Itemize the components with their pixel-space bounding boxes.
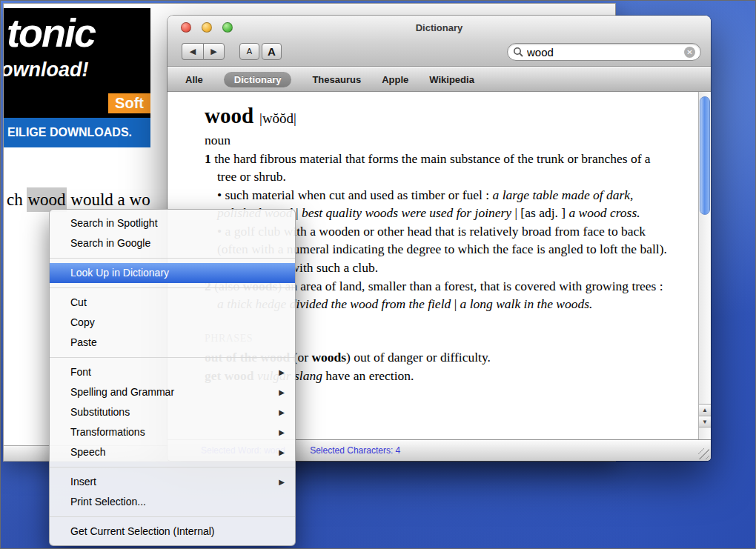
selected-characters-status: Selected Characters: 4 xyxy=(310,445,400,456)
increase-font-button[interactable]: A xyxy=(262,43,282,60)
source-tab-bar: Alle Dictionary Thesaurus Apple Wikipedi… xyxy=(168,67,711,92)
part-of-speech: noun xyxy=(205,131,672,149)
menu-item-label: Speech xyxy=(70,446,105,458)
decrease-font-button[interactable]: A xyxy=(239,43,259,60)
bullet-icon: • xyxy=(217,187,225,202)
menu-item-label: Font xyxy=(70,366,91,378)
submenu-arrow-icon: ▶ xyxy=(279,422,285,442)
menu-separator xyxy=(50,357,295,358)
example: a long walk in the woods. xyxy=(460,296,593,311)
back-button[interactable]: ◀ xyxy=(182,43,203,60)
page-text: ch wood would a wo xyxy=(7,190,150,210)
separator-text: | xyxy=(451,296,460,311)
menu-item-search-in-spotlight[interactable]: Search in Spotlight xyxy=(50,213,295,233)
banner-download-text: ownload! xyxy=(4,59,150,81)
desktop: tonic ownload! Soft EILIGE DOWNLOADS. ch… xyxy=(0,0,756,549)
resize-grip-icon[interactable] xyxy=(698,448,709,459)
menu-item-speech[interactable]: Speech▶ xyxy=(50,442,295,462)
menu-item-search-in-google[interactable]: Search in Google xyxy=(50,233,295,253)
menu-separator xyxy=(50,258,295,259)
menu-item-label: Copy xyxy=(70,316,95,328)
softonic-banner[interactable]: tonic ownload! Soft xyxy=(4,8,150,118)
tab-wikipedia[interactable]: Wikipedia xyxy=(429,74,474,85)
banner-soft-tag: Soft xyxy=(108,93,150,113)
scroll-up-button[interactable]: ▲ xyxy=(699,404,711,416)
menu-item-spelling-and-grammar[interactable]: Spelling and Grammar▶ xyxy=(50,382,295,402)
example: best quality woods were used for joinery xyxy=(302,205,511,220)
menu-item-label: Cut xyxy=(70,296,87,308)
search-field[interactable]: ✕ xyxy=(507,43,701,61)
menu-separator xyxy=(50,467,295,468)
menu-separator xyxy=(50,516,295,517)
search-input[interactable] xyxy=(527,46,684,59)
pronunciation: |wŏŏd| xyxy=(259,110,296,126)
phrase-text: have an erection. xyxy=(325,368,414,383)
clear-search-button[interactable]: ✕ xyxy=(684,47,695,58)
menu-item-paste[interactable]: Paste xyxy=(50,333,295,353)
sense-2-text: ) an area of land, smaller than a forest… xyxy=(277,279,663,293)
menu-item-transformations[interactable]: Transformations▶ xyxy=(50,422,295,442)
submenu-arrow-icon: ▶ xyxy=(279,382,285,402)
menu-item-look-up-in-dictionary[interactable]: Look Up in Dictionary xyxy=(50,263,295,283)
menu-item-insert[interactable]: Insert▶ xyxy=(50,472,295,492)
tab-thesaurus[interactable]: Thesaurus xyxy=(312,74,361,85)
page-text-suffix: would a wo xyxy=(67,190,150,209)
submenu-arrow-icon: ▶ xyxy=(279,362,285,382)
sense-1-text: the hard fibrous material that forms the… xyxy=(214,151,651,184)
menu-item-label: Search in Google xyxy=(70,237,150,249)
menu-item-label: Look Up in Dictionary xyxy=(70,267,169,279)
history-nav: ◀ ▶ xyxy=(182,43,225,60)
menu-item-label: Search in Spotlight xyxy=(70,217,158,229)
sense-1-number: 1 xyxy=(205,151,214,166)
example: a wood cross. xyxy=(568,205,640,220)
scrollbar-thumb[interactable] xyxy=(700,96,710,215)
forward-button[interactable]: ▶ xyxy=(203,43,225,60)
window-title: Dictionary xyxy=(168,22,711,33)
menu-item-copy[interactable]: Copy xyxy=(50,313,295,333)
submenu-arrow-icon: ▶ xyxy=(279,442,285,462)
menu-item-label: Print Selection... xyxy=(70,496,146,508)
context-menu: Search in Spotlight Search in Google Loo… xyxy=(49,209,296,546)
scroll-down-button[interactable]: ▼ xyxy=(699,416,711,427)
menu-item-print-selection[interactable]: Print Selection... xyxy=(50,492,295,512)
variant-word: woods xyxy=(311,350,346,365)
headword-line: wood|wŏŏd| xyxy=(205,107,672,127)
subsense-1-text: such material when cut and used as timbe… xyxy=(225,187,493,202)
tab-apple[interactable]: Apple xyxy=(382,74,408,85)
sense-1: 1 the hard fibrous material that forms t… xyxy=(205,150,672,185)
menu-item-substitutions[interactable]: Substitutions▶ xyxy=(50,402,295,422)
menu-item-label: Insert xyxy=(70,476,96,488)
font-size-controls: A A xyxy=(239,43,282,60)
search-icon xyxy=(513,47,523,57)
tab-alle[interactable]: Alle xyxy=(185,74,203,85)
submenu-arrow-icon: ▶ xyxy=(279,472,285,492)
banner-brand-text: tonic xyxy=(7,10,150,56)
title-bar[interactable]: Dictionary ◀ ▶ A A ✕ xyxy=(168,16,711,67)
menu-item-label: Paste xyxy=(70,336,97,348)
phrase-text: ) out of danger or difficulty. xyxy=(346,350,491,365)
headword: wood xyxy=(205,104,253,127)
menu-item-label: Spelling and Grammar xyxy=(70,386,174,398)
banner-strip: EILIGE DOWNLOADS. xyxy=(4,118,150,147)
menu-item-label: Transformations xyxy=(70,426,145,438)
separator-text: | [as adj. ] xyxy=(511,205,568,220)
menu-item-label: Substitutions xyxy=(70,406,130,418)
menu-item-get-current-selection[interactable]: Get Current Selection (Internal) xyxy=(50,522,295,542)
menu-separator xyxy=(50,287,295,288)
tab-dictionary[interactable]: Dictionary xyxy=(224,72,292,87)
vertical-scrollbar[interactable]: ▲ ▼ xyxy=(698,92,711,439)
menu-item-font[interactable]: Font▶ xyxy=(50,362,295,382)
page-text-prefix: ch xyxy=(7,190,27,209)
menu-item-cut[interactable]: Cut xyxy=(50,293,295,313)
menu-item-label: Get Current Selection (Internal) xyxy=(70,525,215,537)
submenu-arrow-icon: ▶ xyxy=(279,402,285,422)
